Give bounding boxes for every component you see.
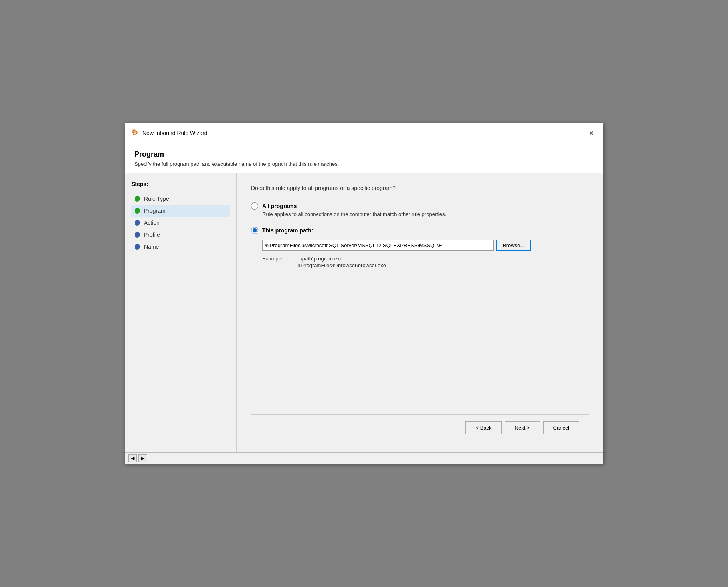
footer: < Back Next > Cancel	[251, 414, 589, 440]
main-panel: Does this rule apply to all programs or …	[237, 173, 603, 452]
sidebar-label-action: Action	[144, 220, 160, 226]
example-path-1: c:\path\program.exe	[297, 256, 386, 262]
wizard-window: 🎨 New Inbound Rule Wizard ✕ Program Spec…	[125, 123, 603, 464]
this-program-label: This program path:	[262, 227, 313, 234]
step-dot-name	[135, 244, 140, 250]
all-programs-option: All programs Rule applies to all connect…	[251, 202, 589, 217]
program-path-area: Browse... Example: c:\path\program.exe %…	[262, 240, 589, 268]
page-subtitle: Specify the full program path and execut…	[135, 161, 593, 167]
page-header: Program Specify the full program path an…	[125, 143, 603, 173]
example-row: Example: c:\path\program.exe %ProgramFil…	[262, 256, 589, 268]
content-area: Steps: Rule Type Program Action Profile …	[125, 173, 603, 452]
radio-group: All programs Rule applies to all connect…	[251, 202, 589, 268]
sidebar-label-profile: Profile	[144, 232, 160, 238]
example-area: Example: c:\path\program.exe %ProgramFil…	[262, 256, 589, 268]
sidebar-label-program: Program	[144, 208, 166, 214]
program-path-input[interactable]	[262, 240, 494, 251]
example-label: Example:	[262, 256, 290, 262]
window-title: New Inbound Rule Wizard	[142, 130, 208, 136]
all-programs-desc: Rule applies to all connections on the c…	[262, 211, 589, 217]
nav-prev-button[interactable]: ◀	[128, 454, 137, 462]
title-bar: 🎨 New Inbound Rule Wizard ✕	[125, 123, 603, 143]
sidebar-label-rule-type: Rule Type	[144, 196, 169, 202]
sidebar-item-rule-type[interactable]: Rule Type	[131, 193, 230, 205]
bottom-bar: ◀ ▶	[125, 452, 603, 464]
step-dot-program	[135, 208, 140, 214]
sidebar-item-profile[interactable]: Profile	[131, 229, 230, 241]
sidebar-item-name[interactable]: Name	[131, 241, 230, 253]
question-text: Does this rule apply to all programs or …	[251, 185, 589, 191]
this-program-radio[interactable]	[251, 227, 258, 234]
step-dot-rule-type	[135, 196, 140, 202]
browse-button[interactable]: Browse...	[496, 240, 531, 251]
sidebar-item-action[interactable]: Action	[131, 217, 230, 229]
example-paths: c:\path\program.exe %ProgramFiles%\brows…	[297, 256, 386, 268]
steps-label: Steps:	[131, 181, 230, 187]
all-programs-label: All programs	[262, 203, 297, 209]
back-button[interactable]: < Back	[465, 421, 501, 434]
title-bar-left: 🎨 New Inbound Rule Wizard	[131, 129, 208, 137]
next-button[interactable]: Next >	[505, 421, 540, 434]
this-program-option: This program path: Browse... Example: c:…	[251, 227, 589, 268]
sidebar: Steps: Rule Type Program Action Profile …	[125, 173, 237, 452]
sidebar-label-name: Name	[144, 244, 159, 250]
page-title: Program	[135, 150, 593, 159]
path-input-row: Browse...	[262, 240, 589, 251]
nav-next-button[interactable]: ▶	[138, 454, 147, 462]
app-icon: 🎨	[131, 129, 139, 137]
all-programs-row: All programs	[251, 202, 589, 210]
all-programs-radio[interactable]	[251, 202, 258, 210]
step-dot-profile	[135, 232, 140, 238]
example-path-2: %ProgramFiles%\browser\browser.exe	[297, 262, 386, 268]
this-program-row: This program path:	[251, 227, 589, 234]
sidebar-item-program[interactable]: Program	[131, 205, 230, 217]
cancel-button[interactable]: Cancel	[543, 421, 579, 434]
close-button[interactable]: ✕	[586, 127, 597, 139]
step-dot-action	[135, 220, 140, 226]
